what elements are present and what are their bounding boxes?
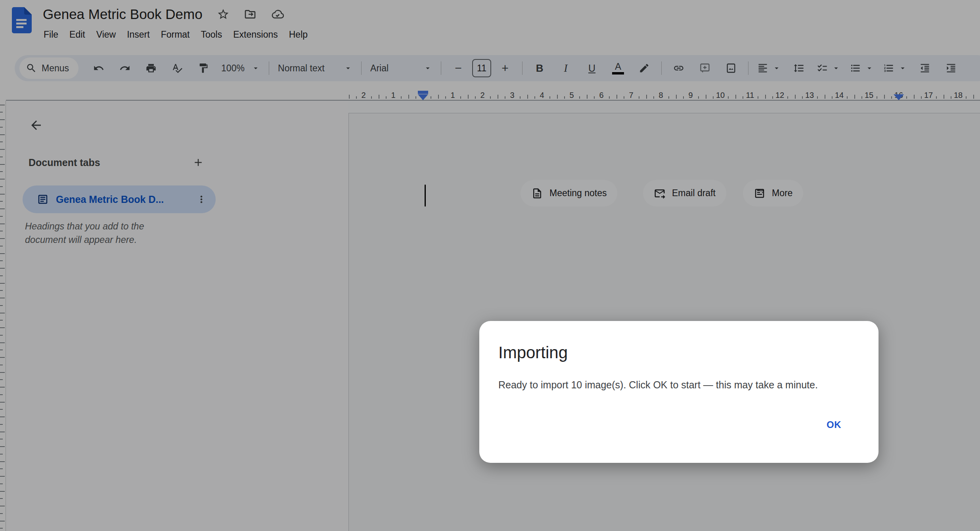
google-docs-window: Genea Metric Book Demo FileEditViewInser… <box>0 0 980 531</box>
ok-button[interactable]: OK <box>814 414 854 435</box>
dialog-title: Importing <box>498 343 859 362</box>
importing-dialog: Importing Ready to import 10 image(s). C… <box>479 321 879 463</box>
dialog-body: Ready to import 10 image(s). Click OK to… <box>498 378 859 392</box>
